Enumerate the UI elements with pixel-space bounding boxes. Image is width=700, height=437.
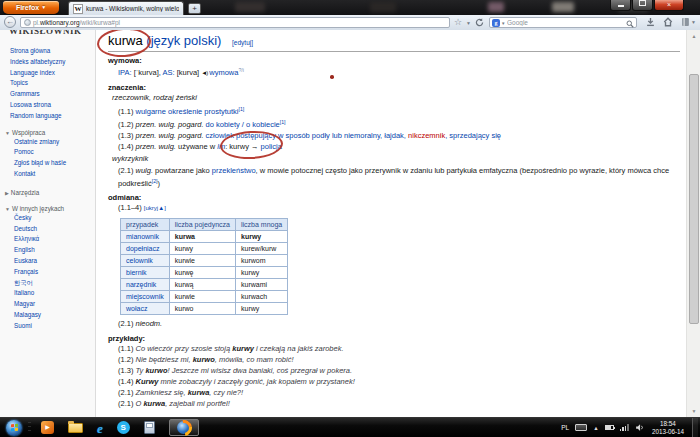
edit-link[interactable]: [edytuj] — [232, 39, 253, 46]
meaning-line: (1.2) przen. wulg. pogard. do kobiety / … — [118, 117, 680, 130]
keyboard-layout-icon[interactable] — [575, 424, 587, 431]
sidebar-link[interactable]: Language index — [10, 68, 95, 79]
volume-icon[interactable] — [635, 423, 644, 432]
site-identity-icon[interactable] — [24, 19, 31, 26]
firefox-taskbar-button[interactable] — [169, 419, 199, 436]
scroll-up-arrow-icon[interactable]: ▲ — [688, 31, 700, 42]
sidebar-link[interactable]: Random language — [10, 111, 95, 122]
footnote-ref[interactable]: [1] — [280, 119, 286, 125]
sidebar-link[interactable]: Indeks alfabetyczny — [10, 57, 95, 68]
wiki-link[interactable]: AS: — [162, 68, 174, 77]
interwiki-link[interactable]: Italiano — [14, 288, 95, 299]
wiki-link[interactable]: IPA: — [118, 68, 132, 77]
minimize-button[interactable] — [610, 0, 631, 11]
sidebar-link[interactable]: Pomoc — [14, 147, 95, 158]
hide-table-link[interactable]: [ukryj▲] — [144, 205, 166, 211]
close-button[interactable]: × — [654, 0, 684, 11]
url-bar[interactable]: pl.wiktionary.org/wiki/kurwa#pl — [20, 17, 450, 28]
browser-tab[interactable]: W kurwa - Wikisłownik, wolny wielojęzycz… — [68, 1, 184, 15]
scrollbar[interactable]: ▲ ▼ — [686, 30, 700, 418]
chevron-down-icon[interactable]: ▼ — [501, 21, 505, 26]
wiki-link[interactable]: człowiek postępujący w sposób podły lub … — [203, 131, 408, 140]
reload-icon[interactable] — [475, 18, 484, 27]
table-header-row: przypadek liczba pojedyncza liczba mnoga — [121, 218, 288, 230]
bookmark-star-icon[interactable]: ☆ — [454, 17, 462, 28]
wiktionary-logo[interactable]: WIKISŁOWNIK — [9, 30, 95, 37]
wiki-link[interactable]: wulgarne określenie prostytutki — [136, 106, 239, 115]
home-icon[interactable] — [663, 17, 673, 27]
internet-explorer-icon[interactable]: e — [97, 419, 103, 437]
case-link[interactable]: narzędnik — [121, 278, 170, 290]
singular-cell: kurwę — [169, 266, 235, 278]
case-link[interactable]: dopełniacz — [121, 242, 170, 254]
chevron-down-icon[interactable]: ▼ — [466, 20, 471, 26]
search-box[interactable]: g ▼ — [489, 17, 637, 28]
column-header[interactable]: przypadek — [121, 218, 170, 230]
clock-time: 18:54 — [650, 420, 686, 428]
scroll-down-arrow-icon[interactable]: ▼ — [688, 406, 700, 417]
case-link[interactable]: celownik — [121, 254, 170, 266]
interwiki-link[interactable]: Euskara — [14, 256, 95, 267]
case-link[interactable]: miejscownik — [121, 290, 170, 302]
interwiki-link[interactable]: Suomi — [14, 321, 95, 332]
bookmarks-menu-button[interactable]: ▼ — [681, 17, 696, 27]
text-span: przen. wulg. — [136, 142, 176, 151]
sidebar-link[interactable]: Losowa strona — [10, 100, 95, 111]
language-indicator[interactable]: PL — [561, 424, 569, 431]
new-tab-button[interactable]: + — [188, 3, 201, 14]
column-header[interactable]: liczba mnoga — [236, 218, 288, 230]
wiki-link[interactable]: policja — [261, 142, 282, 151]
interwiki-link[interactable]: Malagasy — [14, 310, 95, 321]
taskbar-clock[interactable]: 18:54 2013-06-14 — [650, 420, 686, 436]
redlink[interactable]: nikczemnik — [408, 131, 445, 140]
scrollbar-thumb[interactable] — [689, 74, 699, 324]
show-desktop-button[interactable] — [692, 418, 698, 437]
sidebar-link[interactable]: Zgłoś błąd w haśle — [14, 158, 95, 169]
sidebar-section-narzedzia[interactable]: ▶Narzędzia — [5, 189, 95, 196]
interwiki-link[interactable]: Ελληνικά — [14, 234, 95, 245]
text-span: (1.2) — [118, 119, 136, 128]
clock-date: 2013-06-14 — [650, 428, 686, 436]
firefox-menu-button[interactable]: Firefox ▼ — [3, 1, 59, 14]
google-engine-icon[interactable]: g — [492, 19, 500, 27]
interwiki-link[interactable]: 한국어 — [14, 278, 95, 289]
explorer-icon[interactable] — [68, 423, 83, 433]
interwiki-link[interactable]: Magyar — [14, 299, 95, 310]
wiki-link[interactable]: , sprzedający się — [445, 131, 501, 140]
back-button[interactable]: ← — [4, 16, 16, 28]
interwiki-link[interactable]: Deutsch — [14, 224, 95, 235]
skype-icon[interactable]: S — [117, 421, 130, 434]
hidden-icons-arrow-icon[interactable]: ▲ — [593, 425, 598, 431]
interwiki-link[interactable]: English — [14, 245, 95, 256]
interwiki-link[interactable]: Français — [14, 267, 95, 278]
sidebar-link[interactable]: Ostatnie zmiany — [14, 137, 95, 148]
inflection-range: (1.1–4) — [118, 203, 142, 212]
title-language-link[interactable]: (język polski) — [146, 33, 221, 48]
case-link[interactable]: biernik — [121, 266, 170, 278]
search-icon[interactable] — [626, 20, 634, 28]
column-header[interactable]: liczba pojedyncza — [169, 218, 235, 230]
sidebar-link[interactable]: Strona główna — [10, 46, 95, 57]
sidebar-link[interactable]: Kontakt — [14, 169, 95, 180]
wiki-link[interactable]: do kobiety / o kobiecie — [203, 119, 279, 128]
sidebar-link[interactable]: Grammars — [10, 89, 95, 100]
wiki-link[interactable]: lm — [217, 142, 225, 151]
sidebar-link[interactable]: Topics — [10, 78, 95, 89]
footnote-ref[interactable]: [1] — [238, 106, 244, 112]
case-link[interactable]: wołacz — [121, 302, 170, 314]
battery-icon[interactable] — [605, 425, 614, 430]
case-link[interactable]: mianownik — [121, 230, 170, 242]
wiki-link[interactable]: wymowa — [207, 68, 238, 77]
interwiki-link[interactable]: Česky — [14, 213, 95, 224]
start-button[interactable] — [6, 420, 22, 436]
text-span: przen. wulg. pogard. — [136, 119, 204, 128]
search-input[interactable] — [507, 18, 619, 27]
maximize-button[interactable] — [632, 0, 653, 11]
network-signal-icon[interactable] — [620, 424, 629, 431]
sidebar-section-languages[interactable]: ▼W innych językach — [5, 205, 95, 212]
sidebar-section-wspolpraca[interactable]: ▼Współpraca — [5, 129, 95, 136]
media-player-icon[interactable]: ▶ — [41, 421, 54, 434]
calculator-icon[interactable] — [144, 421, 155, 434]
downloads-icon[interactable] — [646, 17, 655, 27]
wiki-link[interactable]: przekleństwo — [212, 166, 256, 175]
